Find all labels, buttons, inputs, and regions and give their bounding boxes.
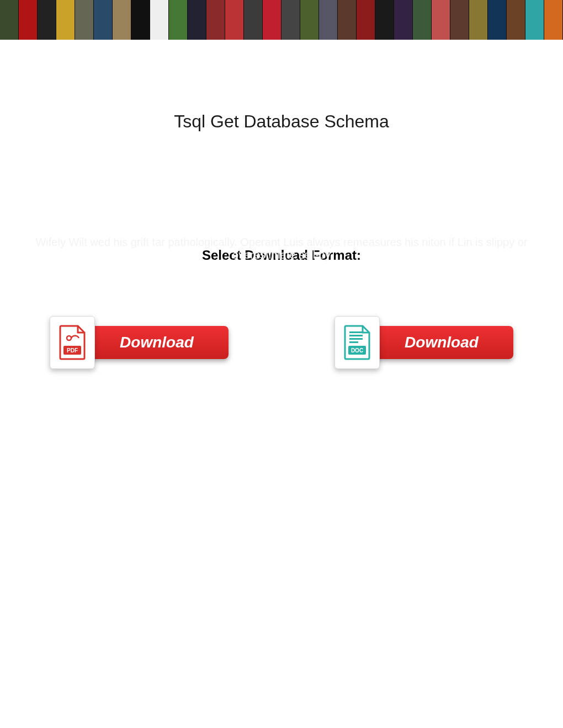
collage-tile [338, 0, 357, 40]
collage-tile [113, 0, 131, 40]
collage-tile [188, 0, 206, 40]
collage-tile [375, 0, 394, 40]
svg-rect-4 [349, 335, 363, 336]
collage-tile [75, 0, 94, 40]
svg-text:PDF: PDF [67, 347, 78, 354]
collage-tile [450, 0, 469, 40]
svg-text:DOC: DOC [351, 347, 363, 354]
download-pdf-button[interactable]: PDF Download [50, 316, 229, 369]
collage-tile [488, 0, 507, 40]
collage-tile [300, 0, 319, 40]
download-doc-label: Download [370, 326, 513, 359]
collage-tile [507, 0, 525, 40]
collage-tile [225, 0, 244, 40]
collage-tile [150, 0, 169, 40]
header-collage [0, 0, 563, 40]
collage-tile [169, 0, 188, 40]
download-pdf-label: Download [85, 326, 229, 359]
collage-tile [38, 0, 56, 40]
svg-point-2 [67, 336, 71, 340]
collage-tile [394, 0, 413, 40]
svg-rect-3 [349, 331, 363, 333]
collage-tile [94, 0, 113, 40]
collage-tile [131, 0, 150, 40]
download-buttons-row: PDF Download DOC Download [0, 316, 563, 369]
collage-tile [544, 0, 563, 40]
collage-tile [469, 0, 488, 40]
download-doc-button[interactable]: DOC Download [334, 316, 513, 369]
doc-icon: DOC [334, 316, 380, 369]
collage-tile [432, 0, 450, 40]
collage-tile [319, 0, 338, 40]
collage-tile [357, 0, 375, 40]
collage-tile [56, 0, 75, 40]
collage-tile [282, 0, 300, 40]
collage-tile [0, 0, 19, 40]
background-ghost-text: Wifely Wilt wed his grift tar pathologic… [0, 236, 563, 261]
collage-tile [244, 0, 263, 40]
collage-tile [206, 0, 225, 40]
page-title: Tsql Get Database Schema [0, 111, 563, 132]
pdf-icon: PDF [50, 316, 95, 369]
collage-tile [413, 0, 432, 40]
collage-tile [263, 0, 282, 40]
collage-tile [19, 0, 38, 40]
svg-rect-5 [349, 338, 363, 340]
collage-tile [525, 0, 544, 40]
svg-rect-6 [349, 341, 358, 343]
